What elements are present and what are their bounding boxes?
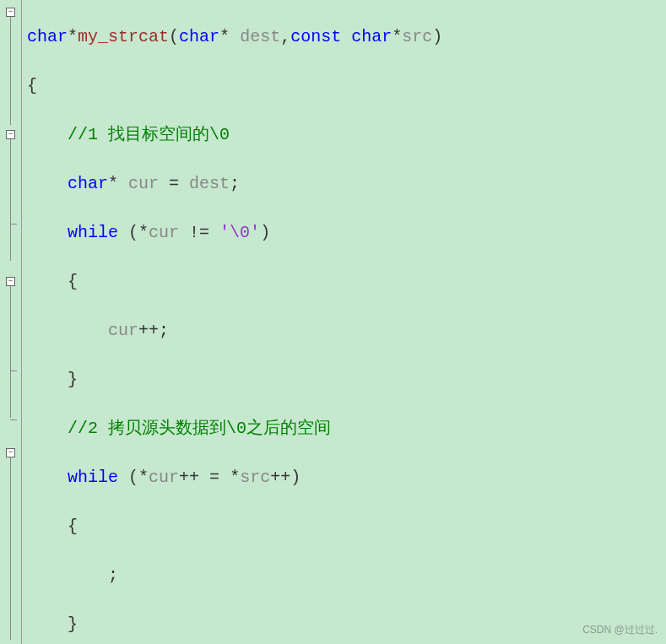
code-line: } xyxy=(27,367,666,392)
code-line: } xyxy=(27,612,666,636)
code-line: //1 找目标空间的\0 xyxy=(27,122,666,147)
code-line: char* cur = dest; xyxy=(27,171,666,196)
code-editor: − − − − char*my_strcat(char* dest,const … xyxy=(0,0,666,644)
fold-marker-icon[interactable]: − xyxy=(6,277,15,286)
fold-marker-icon[interactable]: − xyxy=(6,448,15,457)
gutter: − − − − xyxy=(0,0,22,644)
code-line: char*my_strcat(char* dest,const char*src… xyxy=(27,24,666,49)
code-line: { xyxy=(27,514,666,538)
comment: //2 拷贝源头数据到\0之后的空间 xyxy=(68,419,331,438)
fold-marker-icon[interactable]: − xyxy=(6,8,15,17)
watermark: CSDN @过过过. xyxy=(582,623,658,637)
code-line: { xyxy=(27,73,666,98)
code-line: ; xyxy=(27,563,666,587)
comment: //1 找目标空间的\0 xyxy=(68,125,230,144)
code-line: while (*cur++ = *src++) xyxy=(27,465,666,490)
keyword: char xyxy=(27,27,68,46)
fold-marker-icon[interactable]: − xyxy=(6,130,15,139)
code-line: while (*cur != '\0') xyxy=(27,220,666,245)
code-line: cur++; xyxy=(27,318,666,343)
code-line: //2 拷贝源头数据到\0之后的空间 xyxy=(27,416,666,441)
function-name: my_strcat xyxy=(78,27,169,46)
code-area[interactable]: char*my_strcat(char* dest,const char*src… xyxy=(22,0,666,644)
code-line: { xyxy=(27,269,666,294)
char-literal: '\0' xyxy=(219,223,260,242)
